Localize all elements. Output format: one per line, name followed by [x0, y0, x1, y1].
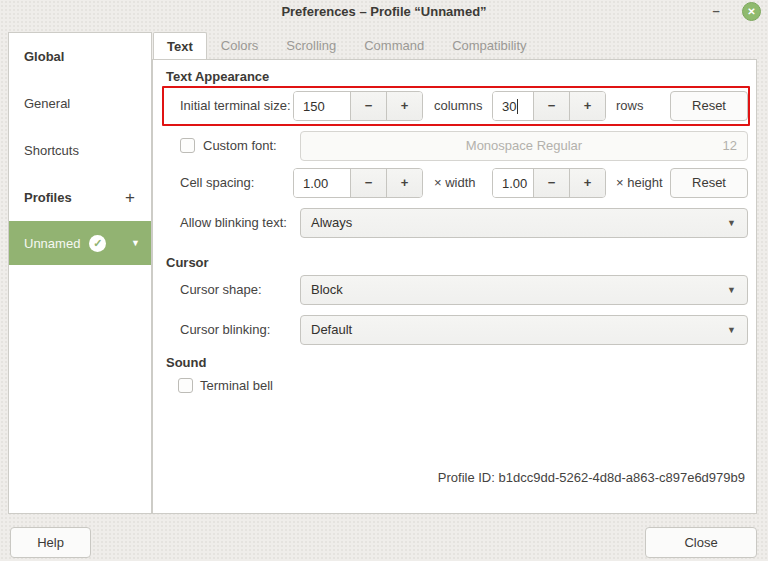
titlebar[interactable]: Preferences – Profile “Unnamed” – ✕ [0, 0, 768, 26]
cursor-blinking-dropdown[interactable]: Default ▼ [300, 315, 748, 345]
rows-decrement-button[interactable]: − [533, 92, 569, 120]
columns-stepper: 150 − + [293, 91, 423, 121]
profile-id: Profile ID: b1dcc9dd-5262-4d8d-a863-c897… [438, 470, 745, 485]
columns-decrement-button[interactable]: − [350, 92, 386, 120]
allow-blinking-text-dropdown[interactable]: Always ▼ [300, 208, 748, 238]
dropdown-value: Block [311, 282, 343, 297]
sidebar-item-label: Shortcuts [24, 143, 79, 158]
text-caret [517, 99, 518, 114]
columns-increment-button[interactable]: + [386, 92, 422, 120]
custom-font-label: Custom font: [203, 131, 277, 161]
add-profile-icon[interactable]: + [125, 188, 135, 208]
close-icon[interactable]: ✕ [742, 2, 761, 21]
chevron-down-icon: ▼ [727, 316, 736, 344]
text-appearance-heading: Text Appearance [166, 69, 269, 84]
rows-stepper: 30 − + [492, 91, 606, 121]
default-profile-check-icon: ✓ [89, 235, 106, 252]
columns-input[interactable]: 150 [294, 92, 350, 120]
cell-height-input[interactable]: 1.00 [493, 169, 533, 197]
window-title: Preferences – Profile “Unnamed” [0, 0, 768, 24]
custom-font-checkbox[interactable] [180, 138, 195, 153]
profile-menu-chevron-down-icon[interactable]: ▼ [131, 238, 140, 248]
close-button[interactable]: Close [645, 527, 757, 558]
cursor-blinking-label: Cursor blinking: [180, 315, 270, 345]
sidebar-item-label: Profiles [24, 190, 72, 205]
font-name: Monospace Regular [466, 138, 582, 153]
rows-value: 30 [502, 99, 516, 114]
sidebar: Global General Shortcuts Profiles + Unna… [8, 32, 152, 514]
chevron-down-icon: ▼ [727, 276, 736, 304]
cell-height-stepper: 1.00 − + [492, 168, 606, 198]
sidebar-item-general[interactable]: General [9, 80, 151, 127]
sidebar-item-profile-unnamed[interactable]: Unnamed ✓ ▼ [9, 221, 151, 265]
cursor-heading: Cursor [166, 255, 209, 270]
cell-height-decrement-button[interactable]: − [533, 169, 569, 197]
sidebar-item-shortcuts[interactable]: Shortcuts [9, 127, 151, 174]
cell-width-stepper: 1.00 − + [293, 168, 423, 198]
sidebar-item-label: Unnamed [24, 236, 80, 251]
cell-height-increment-button[interactable]: + [569, 169, 605, 197]
terminal-bell-checkbox[interactable] [178, 378, 193, 393]
terminal-bell-label: Terminal bell [200, 371, 273, 401]
sidebar-item-profiles[interactable]: Profiles + [9, 174, 151, 221]
size-reset-button[interactable]: Reset [670, 91, 748, 121]
cursor-shape-dropdown[interactable]: Block ▼ [300, 275, 748, 305]
profile-id-value: b1dcc9dd-5262-4d8d-a863-c897e6d979b9 [499, 470, 746, 485]
minimize-icon[interactable]: – [706, 0, 726, 24]
tab-scrolling[interactable]: Scrolling [272, 32, 350, 60]
cursor-shape-label: Cursor shape: [180, 275, 262, 305]
dropdown-value: Always [311, 215, 352, 230]
sidebar-item-label: General [24, 96, 70, 111]
tab-colors[interactable]: Colors [207, 32, 273, 60]
rows-input[interactable]: 30 [493, 92, 533, 120]
spacing-reset-button[interactable]: Reset [670, 168, 748, 198]
tab-compatibility[interactable]: Compatibility [438, 32, 540, 60]
tab-text[interactable]: Text [153, 32, 207, 60]
chevron-down-icon: ▼ [727, 209, 736, 237]
allow-blinking-text-label: Allow blinking text: [180, 208, 287, 238]
help-button[interactable]: Help [10, 527, 91, 558]
cell-height-unit-label: × height [616, 168, 663, 198]
sound-heading: Sound [166, 355, 206, 370]
sidebar-item-global[interactable]: Global [9, 33, 151, 80]
tab-command[interactable]: Command [350, 32, 438, 60]
rows-unit-label: rows [616, 91, 643, 121]
cell-width-decrement-button[interactable]: − [350, 169, 386, 197]
preferences-window: Preferences – Profile “Unnamed” – ✕ Glob… [0, 0, 768, 561]
tab-bar: Text Colors Scrolling Command Compatibil… [153, 32, 541, 60]
cell-spacing-label: Cell spacing: [180, 168, 254, 198]
rows-increment-button[interactable]: + [569, 92, 605, 120]
font-chooser-button[interactable]: Monospace Regular 12 [300, 131, 748, 161]
sidebar-item-label: Global [24, 49, 64, 64]
dropdown-value: Default [311, 322, 352, 337]
cell-width-increment-button[interactable]: + [386, 169, 422, 197]
profile-id-label: Profile ID: [438, 470, 495, 485]
font-size: 12 [723, 132, 737, 160]
columns-unit-label: columns [434, 91, 482, 121]
cell-width-unit-label: × width [434, 168, 476, 198]
initial-terminal-size-label: Initial terminal size: [180, 91, 291, 121]
cell-width-input[interactable]: 1.00 [294, 169, 350, 197]
